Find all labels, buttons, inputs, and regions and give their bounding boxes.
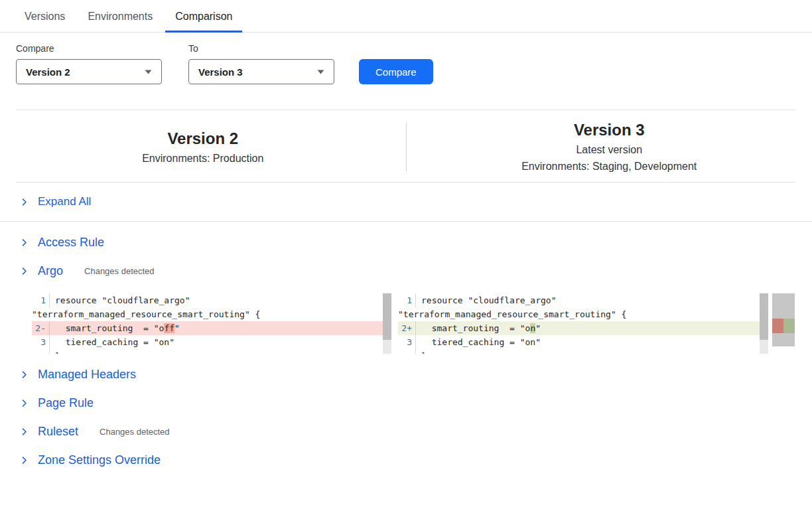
chevron-right-icon (20, 370, 29, 379)
deleted-word-highlight: ff (164, 323, 174, 333)
changes-detected-badge: Changes detected (100, 427, 170, 437)
code-line: tiered_caching = "on" (50, 335, 174, 349)
compare-label: Compare (16, 43, 162, 54)
diff-row-wrap: "terraform_managed_resource_smart_routin… (398, 307, 760, 321)
version-right-environments: Environments: Staging, Development (521, 161, 697, 173)
version-right-badge: Latest version (576, 144, 642, 156)
tab-comparison[interactable]: Comparison (165, 11, 242, 32)
diff-row: 3 tiered_caching = "on" (32, 335, 383, 349)
chevron-right-icon (20, 427, 29, 436)
chevron-right-icon (20, 456, 29, 465)
code-line: resource "cloudflare_argo" (416, 293, 557, 307)
compare-button[interactable]: Compare (359, 59, 433, 84)
line-number: 1 (32, 293, 50, 307)
chevron-right-icon (20, 198, 29, 206)
section-label: Argo (38, 264, 63, 278)
diff-right-code: 1 resource "cloudflare_argo" "terraform_… (398, 293, 760, 354)
compare-to-select[interactable]: Version 3 (188, 59, 334, 84)
code-line: tiered_caching = "on" (416, 335, 541, 349)
section-access-rule[interactable]: Access Rule (0, 228, 812, 257)
compare-controls: Compare Version 2 To Version 3 Compare (0, 33, 812, 84)
compare-to-value: Version 3 (198, 66, 243, 78)
right-scrollbar[interactable] (760, 293, 768, 354)
line-number (398, 349, 416, 354)
section-label: Managed Headers (38, 368, 136, 382)
version-header: Version 2 Environments: Production Versi… (0, 110, 812, 182)
diff-row-wrap: "terraform_managed_resource_smart_routin… (32, 307, 383, 321)
argo-diff: 1 resource "cloudflare_argo" "terraform_… (32, 293, 796, 354)
code-line: } (50, 349, 60, 354)
expand-all-label: Expand All (38, 195, 91, 208)
section-argo[interactable]: Argo Changes detected (0, 257, 812, 285)
tab-bar: Versions Environments Comparison (0, 0, 812, 33)
chevron-right-icon (20, 267, 29, 275)
section-label: Page Rule (38, 396, 94, 410)
line-number: 2+ (398, 321, 416, 335)
section-page-rule[interactable]: Page Rule (0, 389, 812, 417)
diff-right-panel: 1 resource "cloudflare_argo" "terraform_… (398, 293, 768, 354)
code-line: smart_routing = "off" (50, 321, 180, 335)
compare-from-select[interactable]: Version 2 (16, 59, 162, 84)
diff-row-added: 2+ smart_routing = "on" (398, 321, 760, 335)
version-left-column: Version 2 Environments: Production (0, 121, 406, 173)
section-label: Zone Settings Override (38, 453, 161, 467)
changes-detected-badge: Changes detected (84, 266, 155, 276)
scrollbar-thumb[interactable] (383, 293, 391, 340)
tab-environments[interactable]: Environments (78, 11, 163, 32)
expand-all-button[interactable]: Expand All (0, 183, 812, 222)
section-label: Ruleset (38, 425, 78, 439)
chevron-right-icon (20, 238, 29, 247)
compare-from-value: Version 2 (26, 66, 70, 78)
chevron-down-icon (145, 70, 152, 74)
line-number: 1 (398, 293, 416, 307)
line-number: 2- (32, 321, 50, 335)
diff-left-panel: 1 resource "cloudflare_argo" "terraform_… (32, 293, 391, 354)
diff-row: 1 resource "cloudflare_argo" (398, 293, 760, 307)
version-right-column: Version 3 Latest version Environments: S… (407, 121, 812, 173)
diff-overview-ruler[interactable] (772, 293, 795, 346)
tab-versions[interactable]: Versions (15, 11, 75, 32)
chevron-right-icon (20, 399, 29, 408)
version-left-title: Version 2 (167, 129, 238, 148)
diff-row: 1 resource "cloudflare_argo" (32, 293, 383, 307)
code-line: } (416, 349, 427, 354)
diff-row-clipped: } (32, 349, 383, 354)
section-label: Access Rule (38, 236, 104, 250)
to-label: To (188, 43, 334, 54)
code-line: "terraform_managed_resource_smart_routin… (32, 307, 260, 321)
diff-row-deleted: 2- smart_routing = "off" (32, 321, 383, 335)
diff-left-code: 1 resource "cloudflare_argo" "terraform_… (32, 293, 383, 354)
code-line: smart_routing = "on" (416, 321, 541, 335)
ruler-added-mark (783, 319, 795, 333)
diff-row: 3 tiered_caching = "on" (398, 335, 760, 349)
line-number (32, 349, 50, 354)
line-number: 3 (398, 335, 416, 349)
section-zone-settings-override[interactable]: Zone Settings Override (0, 446, 812, 475)
section-managed-headers[interactable]: Managed Headers (0, 360, 812, 389)
diff-row-clipped: } (398, 349, 760, 354)
code-line: "terraform_managed_resource_smart_routin… (398, 307, 626, 321)
code-line: resource "cloudflare_argo" (50, 293, 190, 307)
section-list: Access Rule Argo Changes detected 1 reso… (0, 222, 812, 475)
line-number: 3 (32, 335, 50, 349)
left-scrollbar[interactable] (383, 293, 391, 354)
ruler-deleted-mark (772, 319, 783, 333)
chevron-down-icon (317, 70, 324, 74)
section-ruleset[interactable]: Ruleset Changes detected (0, 417, 812, 446)
version-right-title: Version 3 (574, 121, 645, 139)
version-left-environments: Environments: Production (142, 153, 263, 165)
scrollbar-thumb[interactable] (760, 293, 768, 340)
